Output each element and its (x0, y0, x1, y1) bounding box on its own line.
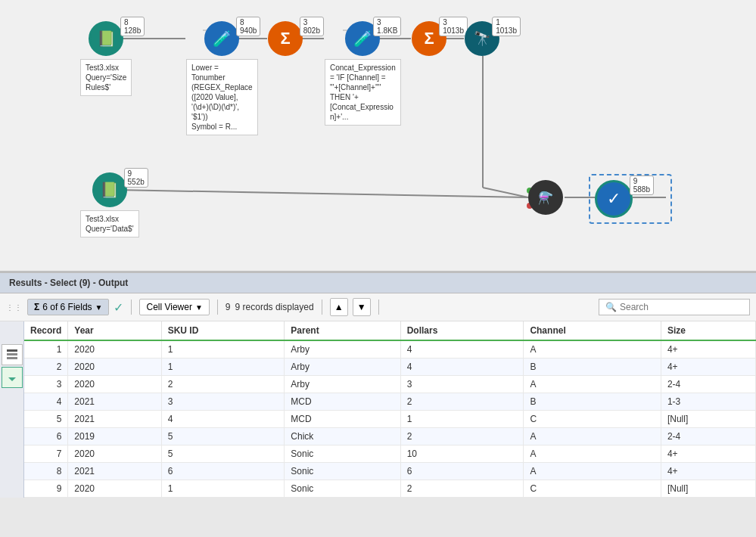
col-header-dollars: Dollars (400, 321, 524, 340)
table-cell: 4 (24, 393, 68, 411)
table-cell: 10 (400, 445, 524, 463)
table-cell: 6 (400, 463, 524, 480)
table-cell: [Null] (661, 480, 755, 498)
table-cell: 2021 (68, 411, 161, 428)
col-header-record: Record (24, 321, 68, 340)
node-flask-4[interactable]: 🧪 31.8KB Concat_Expression= 'IF [Channel… (325, 21, 401, 126)
table-cell: 4 (400, 340, 524, 359)
table-cell: 4+ (661, 445, 755, 463)
table-cell: A (524, 445, 661, 463)
node-book-7[interactable]: 📗 9552b Test3.xlsxQuery='Data$' (80, 172, 139, 237)
svg-rect-22 (7, 357, 17, 359)
node-badge-9: 9588b (630, 175, 654, 195)
search-box[interactable]: 🔍 (599, 299, 750, 315)
node-flask-2[interactable]: 🧪 8940b Lower =Tonumber(REGEX_Replace([2… (186, 21, 258, 135)
table-cell: 5 (161, 428, 285, 445)
table-header-row: Record Year SKU ID Parent Dollars Channe… (24, 321, 756, 340)
node-badge-4: 31.8KB (373, 17, 401, 36)
table-cell: 2 (24, 359, 68, 376)
table-cell: C (524, 480, 661, 498)
table-cell: 4+ (661, 359, 755, 376)
book-icon-7: 📗 (92, 172, 127, 207)
table-cell: 6 (161, 463, 285, 480)
table-body: 120201Arby4A4+220201Arby4B4+320202Arby3A… (24, 340, 756, 498)
cell-view-icon[interactable] (2, 367, 23, 388)
table-cell: 2021 (68, 463, 161, 480)
table-cell: 2 (161, 376, 285, 393)
node-label-7: Test3.xlsxQuery='Data$' (80, 210, 139, 237)
table-cell: [Null] (661, 411, 755, 428)
node-badge-3: 3802b (300, 17, 324, 36)
table-cell: Sonic (285, 463, 400, 480)
workflow-canvas[interactable]: 📗 8128b Test3.xlsxQuery='SizeRules$' 🧪 8… (0, 0, 756, 272)
separator-1 (131, 300, 132, 315)
table-cell: Arby (285, 340, 400, 359)
table-cell: Arby (285, 376, 400, 393)
table-cell: 2 (400, 428, 524, 445)
svg-marker-23 (8, 377, 16, 381)
table-cell: A (524, 463, 661, 480)
records-count: 9 (226, 302, 231, 312)
nav-down-btn[interactable]: ▼ (353, 298, 371, 316)
node-flask-8[interactable]: ⚗️ (528, 180, 563, 215)
drag-handle[interactable]: ⋮⋮ (6, 303, 23, 312)
separator-3 (322, 300, 322, 315)
table-cell: 2020 (68, 340, 161, 359)
table-cell: 2020 (68, 359, 161, 376)
node-badge-6: 11013b (492, 17, 521, 36)
table-cell: 5 (24, 411, 68, 428)
flask-icon-2: 🧪 (204, 21, 239, 56)
separator-4 (378, 300, 379, 315)
table-cell: 5 (161, 445, 285, 463)
table-cell: 2-4 (661, 428, 755, 445)
fields-selector[interactable]: Σ 6 of 6 Fields ▼ (27, 299, 109, 315)
svg-line-6 (483, 188, 528, 197)
node-label-1: Test3.xlsxQuery='SizeRules$' (80, 59, 132, 96)
table-cell: 2019 (68, 428, 161, 445)
table-row: 120201Arby4A4+ (24, 340, 756, 359)
table-view-icon[interactable] (2, 344, 23, 365)
node-label-2: Lower =Tonumber(REGEX_Replace([2020 Valu… (186, 59, 258, 135)
node-book-1[interactable]: 📗 8128b Test3.xlsxQuery='SizeRules$' (80, 21, 132, 96)
separator-2 (217, 300, 218, 315)
table-cell: MCD (285, 393, 400, 411)
data-table: Record Year SKU ID Parent Dollars Channe… (24, 321, 756, 498)
table-cell: Arby (285, 359, 400, 376)
search-icon: 🔍 (605, 302, 617, 312)
table-area: Record Year SKU ID Parent Dollars Channe… (0, 321, 756, 498)
table-row: 920201Sonic2C[Null] (24, 480, 756, 498)
table-cell: 2021 (68, 393, 161, 411)
table-row: 320202Arby3A2-4 (24, 376, 756, 393)
node-binoculars-6[interactable]: 🔭 11013b (465, 21, 499, 56)
cell-viewer-dropdown-icon[interactable]: ▼ (195, 303, 203, 312)
fields-check-icon[interactable]: ✓ (114, 300, 123, 315)
table-row: 220201Arby4B4+ (24, 359, 756, 376)
table-row: 720205Sonic10A4+ (24, 445, 756, 463)
svg-rect-21 (7, 353, 17, 355)
table-cell: A (524, 340, 661, 359)
node-sigma-3[interactable]: Σ 3802b (268, 21, 303, 56)
node-sigma-5[interactable]: Σ 31013b (412, 21, 446, 56)
table-cell: 4+ (661, 340, 755, 359)
cell-viewer-btn[interactable]: Cell Viewer ▼ (139, 299, 209, 315)
search-input[interactable] (620, 302, 741, 312)
table-cell: C (524, 411, 661, 428)
node-checkmark-9[interactable]: ✓ 9588b (595, 180, 633, 218)
table-cell: A (524, 376, 661, 393)
cell-viewer-label: Cell Viewer (146, 302, 191, 312)
table-cell: 2 (400, 393, 524, 411)
fields-dropdown-icon[interactable]: ▼ (95, 303, 103, 312)
table-cell: 2020 (68, 480, 161, 498)
col-header-size: Size (661, 321, 755, 340)
table-cell: 1 (400, 411, 524, 428)
svg-line-7 (115, 190, 528, 197)
book-icon: 📗 (89, 21, 123, 56)
col-header-parent: Parent (285, 321, 400, 340)
checkmark-icon: ✓ (595, 180, 633, 218)
node-badge-7: 9552b (124, 168, 148, 188)
svg-rect-20 (7, 349, 17, 352)
nav-up-btn[interactable]: ▲ (330, 298, 348, 316)
table-cell: 4 (400, 359, 524, 376)
table-cell: B (524, 393, 661, 411)
flask-dark-icon: ⚗️ (528, 180, 563, 215)
